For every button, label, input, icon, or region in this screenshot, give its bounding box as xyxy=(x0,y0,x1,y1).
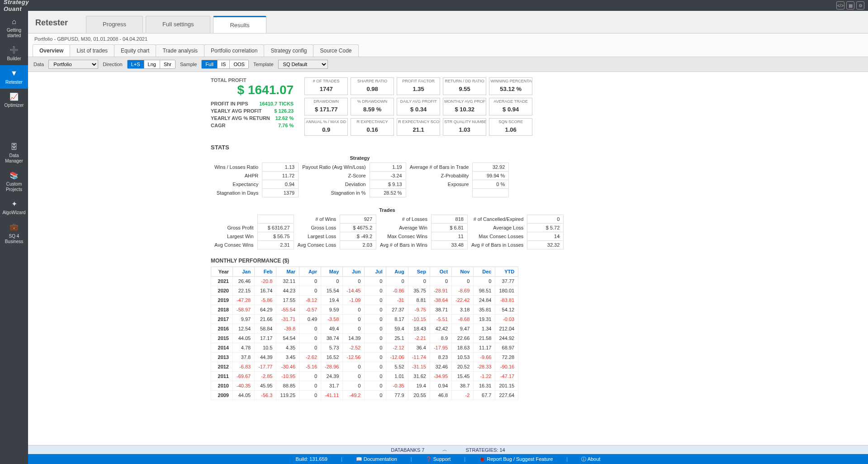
module-tab-progress[interactable]: Progress xyxy=(86,16,143,33)
info-box: R EXPECTANCY0.16 xyxy=(351,118,394,136)
monthly-cell: 0.49 xyxy=(299,315,321,324)
monthly-cell: 17.55 xyxy=(276,296,299,305)
stat-value: 11.72 xyxy=(262,172,299,180)
nav-data-manager[interactable]: 🗄Data Manager xyxy=(0,139,28,167)
monthly-cell: 77.9 xyxy=(386,391,408,400)
monthly-cell: -14.45 xyxy=(343,286,365,296)
monthly-cell: 20.52 xyxy=(452,362,474,372)
page-title: Retester xyxy=(33,14,86,33)
stat-label: Stagnation in % xyxy=(299,189,370,197)
module-tab-full-settings[interactable]: Full settings xyxy=(146,16,210,33)
databanks-chevron-icon[interactable]: ︿ xyxy=(442,446,447,453)
monthly-cell: -0.35 xyxy=(386,381,408,391)
monthly-cell: 49.4 xyxy=(321,324,343,334)
nav-icon: ✦ xyxy=(11,200,17,208)
monthly-cell: 0 xyxy=(365,296,386,305)
footer-link[interactable]: 🐞 Report Bug / Suggest Feature xyxy=(479,456,553,462)
monthly-cell: -56.3 xyxy=(255,391,276,400)
info-value: $ 0.94 xyxy=(489,105,532,115)
gear-icon[interactable]: ⚙ xyxy=(856,1,864,10)
tab-strategy-config[interactable]: Strategy config xyxy=(264,44,313,57)
trade-value: $ -49.2 xyxy=(340,232,376,241)
template-label: Template xyxy=(253,62,274,67)
strategies-count[interactable]: STRATEGIES: 14 xyxy=(465,447,505,453)
monthly-cell: 14.39 xyxy=(343,334,365,343)
data-select[interactable]: Portfolio xyxy=(48,60,98,69)
monthly-row: 201337.844.393.45-2.6216.52-12.560-12.06… xyxy=(211,353,518,362)
monthly-cell: -5.16 xyxy=(299,362,321,372)
sample-btn-is[interactable]: IS xyxy=(217,60,229,68)
sample-btn-oos[interactable]: OOS xyxy=(229,60,248,68)
tab-portfolio-correlation[interactable]: Portfolio correlation xyxy=(204,44,264,57)
monthly-cell: 0 xyxy=(474,277,495,286)
monthly-cell: -6.83 xyxy=(233,362,255,372)
nav-optimizer[interactable]: 📈Optimizer xyxy=(0,89,28,112)
footer-link[interactable]: ❓ Support xyxy=(426,456,451,462)
nav-custom-projects[interactable]: 📚Custom Projects xyxy=(0,167,28,196)
grid-icon[interactable]: ▦ xyxy=(846,1,854,10)
info-value: 21.1 xyxy=(397,125,440,135)
nav-icon: 📈 xyxy=(9,92,19,101)
trade-label: Gross Profit xyxy=(211,224,257,232)
nav-algowizard[interactable]: ✦AlgoWizard xyxy=(0,196,28,219)
module-tab-results[interactable]: Results xyxy=(213,16,266,33)
monthly-year: 2021 xyxy=(211,277,233,286)
sample-btn-full[interactable]: Full xyxy=(202,60,217,68)
stat-label: Payout Ratio (Avg Win/Loss) xyxy=(299,163,370,172)
monthly-cell: -38.64 xyxy=(430,296,451,305)
info-value: $ 0.34 xyxy=(397,105,440,115)
monthly-cell: -2.21 xyxy=(408,334,430,343)
monthly-cell: 25.1 xyxy=(386,334,408,343)
footer-link[interactable]: 📖 Documentation xyxy=(356,456,397,462)
footer-link[interactable]: ⓘ About xyxy=(581,456,600,463)
code-icon[interactable]: </> xyxy=(836,1,844,10)
monthly-cell: 44.23 xyxy=(276,286,299,296)
monthly-cell: 20.55 xyxy=(408,391,430,400)
nav-sq-4-business[interactable]: 💼SQ 4 Business xyxy=(0,219,28,248)
monthly-cell: 35.81 xyxy=(474,305,495,315)
monthly-cell: 16.31 xyxy=(474,381,495,391)
monthly-cell: 0 xyxy=(299,381,321,391)
trade-value: 927 xyxy=(340,215,376,224)
tab-source-code[interactable]: Source Code xyxy=(313,44,358,57)
monthly-cell: -34.95 xyxy=(430,372,451,381)
direction-btn-shr[interactable]: Shr xyxy=(160,60,175,68)
info-label: SHARPE RATIO xyxy=(351,78,394,84)
info-value: 1747 xyxy=(305,84,347,95)
monthly-cell: -12.56 xyxy=(343,353,365,362)
direction-btn-l+s[interactable]: L+S xyxy=(128,60,144,68)
info-label: AVERAGE TRADE xyxy=(489,98,532,105)
nav-icon: ⌂ xyxy=(12,17,16,26)
nav-builder[interactable]: ➕Builder xyxy=(0,42,28,65)
monthly-cell: 1.01 xyxy=(386,372,408,381)
monthly-cell: 17.17 xyxy=(255,334,276,343)
monthly-cell: 58.84 xyxy=(255,324,276,334)
monthly-cell: 22.66 xyxy=(452,334,474,343)
monthly-cell: 0 xyxy=(343,305,365,315)
info-box: SHARPE RATIO0.98 xyxy=(351,77,394,95)
monthly-row: 201612.5458.84-39.8049.40059.418.4342.42… xyxy=(211,324,518,334)
nav-retester[interactable]: ▼Retester xyxy=(0,65,28,88)
monthly-header: YTD xyxy=(495,267,518,277)
monthly-cell: 44.05 xyxy=(233,391,255,400)
monthly-cell: -17.77 xyxy=(255,362,276,372)
monthly-cell: -8.12 xyxy=(299,296,321,305)
tab-overview[interactable]: Overview xyxy=(33,44,70,57)
tab-trade-analysis[interactable]: Trade analysis xyxy=(156,44,204,57)
tab-list-of-trades[interactable]: List of trades xyxy=(70,44,114,57)
trade-value: $ 56.75 xyxy=(257,232,294,241)
monthly-year: 2009 xyxy=(211,391,233,400)
monthly-cell: -55.54 xyxy=(276,305,299,315)
monthly-year: 2013 xyxy=(211,353,233,362)
monthly-cell: 45.95 xyxy=(255,381,276,391)
template-select[interactable]: SQ Default xyxy=(278,60,328,69)
tab-equity-chart[interactable]: Equity chart xyxy=(114,44,156,57)
nav-getting-started[interactable]: ⌂Getting started xyxy=(0,14,28,42)
monthly-cell: 0 xyxy=(365,391,386,400)
monthly-cell: 46.8 xyxy=(430,391,451,400)
monthly-header: Sep xyxy=(408,267,430,277)
direction-btn-lng[interactable]: Lng xyxy=(144,60,160,68)
info-label: ANNUAL % / MAX DD % xyxy=(305,119,347,125)
monthly-cell: 9.97 xyxy=(233,315,255,324)
databanks-count[interactable]: DATABANKS 7 xyxy=(391,447,424,453)
